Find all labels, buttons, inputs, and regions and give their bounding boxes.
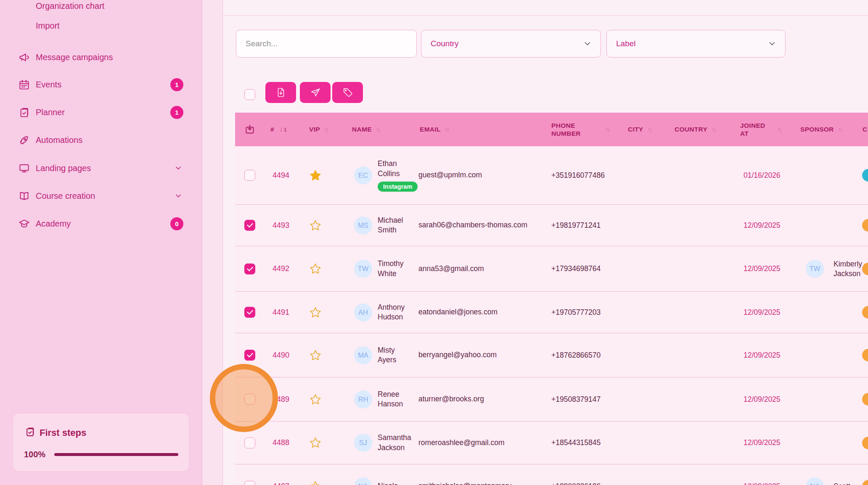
contact-email-cell: aturner@brooks.org	[418, 377, 533, 421]
col-header-name[interactable]: NAME	[352, 113, 380, 146]
contact-id-link[interactable]: 4493	[262, 205, 300, 246]
search-input[interactable]	[236, 30, 417, 58]
export-icon[interactable]	[244, 124, 255, 135]
table-row[interactable]: 4493 MS Michael Smith sarah06@chambers-t…	[235, 205, 868, 246]
sort-icon	[376, 126, 380, 133]
contact-name-cell[interactable]: Renee Hanson	[378, 377, 420, 421]
joined-date: 12/09/2025	[744, 246, 781, 291]
sidebar-item-message-campaigns[interactable]: Message campaigns	[0, 49, 202, 66]
table-body: 4494 EC Ethan Collins Instagram guest@up…	[235, 146, 868, 485]
sidebar-item-course-creation[interactable]: Course creation	[0, 187, 202, 204]
sidebar-item-events[interactable]: Events 1	[0, 76, 202, 93]
first-steps-card[interactable]: First steps 100%	[13, 413, 189, 472]
table-row[interactable]: 4487 NA Nicole smithnicholas@montgomery-…	[235, 464, 868, 485]
row-checkbox[interactable]	[244, 394, 255, 405]
table-row[interactable]: 4494 EC Ethan Collins Instagram guest@up…	[235, 146, 868, 205]
sidebar-item-label: Organization chart	[36, 1, 104, 11]
contact-avatar: AH	[354, 292, 372, 333]
joined-date: 12/09/2025	[744, 292, 781, 333]
contact-id-link[interactable]: 4487	[262, 464, 300, 485]
contact-name-cell[interactable]: Samantha Jackson	[378, 422, 420, 464]
chevron-down-icon	[174, 192, 183, 200]
contact-name-cell[interactable]: Michael Smith	[378, 205, 420, 246]
contact-name-cell[interactable]: Ethan Collins Instagram	[378, 146, 420, 204]
col-header-partial[interactable]: C	[863, 113, 868, 146]
export-file-button[interactable]	[265, 82, 296, 103]
sidebar-item-academy[interactable]: Academy 0	[0, 215, 202, 232]
vip-star-icon[interactable]	[309, 333, 322, 377]
sidebar-item-planner[interactable]: Planner 1	[0, 104, 202, 121]
table-row[interactable]: 4492 TW Timothy White anna53@gmail.com +…	[235, 246, 868, 292]
row-checkbox[interactable]	[244, 481, 255, 485]
vip-star-icon[interactable]	[309, 146, 322, 204]
vip-star-icon[interactable]	[309, 377, 322, 421]
contact-avatar: EC	[354, 146, 372, 204]
contact-id-link[interactable]: 4488	[262, 422, 300, 464]
table-row[interactable]: 4489 RH Renee Hanson aturner@brooks.org …	[235, 377, 868, 422]
col-header-country[interactable]: COUNTRY	[675, 113, 715, 146]
contact-name: Samantha Jackson	[378, 433, 411, 452]
col-header-vip[interactable]: VIP	[309, 113, 328, 146]
progress-bar	[54, 453, 178, 456]
sort-priority: 1	[284, 127, 287, 133]
select-all-checkbox[interactable]	[244, 89, 255, 100]
contact-id-link[interactable]: 4489	[262, 377, 300, 421]
row-checkbox[interactable]	[244, 264, 255, 274]
main-content: Country Label # ↓ 1 VIP	[222, 0, 868, 485]
vip-star-icon[interactable]	[309, 464, 322, 485]
contact-name-cell[interactable]: Nicole	[378, 464, 420, 485]
sidebar-item-import[interactable]: Import	[36, 17, 60, 34]
row-checkbox[interactable]	[244, 220, 255, 231]
contact-email: anna53@gmail.com	[418, 264, 533, 274]
col-header-sponsor[interactable]: SPONSOR	[800, 113, 842, 146]
country-filter-select[interactable]: Country	[421, 30, 601, 58]
edge-avatar	[862, 306, 868, 319]
sidebar-item-organization-chart[interactable]: Organization chart	[36, 0, 104, 14]
tag-button[interactable]	[332, 82, 363, 103]
contact-email-cell: guest@upmlm.com	[418, 146, 533, 204]
table-row[interactable]: 4491 AH Anthony Hudson eatondaniel@jones…	[235, 292, 868, 333]
contact-name-cell[interactable]: Timothy White	[378, 246, 420, 291]
col-header-joined-at[interactable]: JOINED AT	[740, 113, 781, 146]
vip-star-icon[interactable]	[309, 205, 322, 246]
contact-email: eatondaniel@jones.com	[418, 307, 533, 317]
contact-id-link[interactable]: 4491	[262, 292, 300, 333]
contact-id-link[interactable]: 4492	[262, 246, 300, 291]
contact-email: aturner@brooks.org	[418, 394, 533, 404]
row-checkbox[interactable]	[244, 438, 255, 448]
table-row[interactable]: 4488 SJ Samantha Jackson romeroashlee@gm…	[235, 422, 868, 464]
sort-icon	[648, 126, 651, 133]
contact-id-link[interactable]: 4490	[262, 333, 300, 377]
col-header-city[interactable]: CITY	[628, 113, 651, 146]
contact-phone: +351916077486	[551, 146, 605, 204]
chevron-down-icon	[174, 164, 183, 172]
row-checkbox[interactable]	[244, 350, 255, 361]
clipboard-check-icon	[25, 427, 35, 439]
edge-avatar	[862, 169, 868, 182]
vip-star-icon[interactable]	[309, 292, 322, 333]
col-header-id[interactable]: # ↓ 1	[270, 113, 287, 146]
calendar-icon	[19, 79, 30, 90]
row-checkbox[interactable]	[244, 170, 255, 181]
sidebar-item-label: Import	[36, 21, 60, 31]
vip-star-icon[interactable]	[309, 422, 322, 464]
contact-name-cell[interactable]: Misty Ayers	[378, 333, 420, 377]
rocket-icon	[19, 134, 30, 146]
label-filter-select[interactable]: Label	[606, 30, 786, 58]
row-checkbox[interactable]	[244, 307, 255, 318]
contact-phone: +19705777203	[551, 292, 601, 333]
contact-name-cell[interactable]: Anthony Hudson	[378, 292, 420, 333]
table-row[interactable]: 4490 MA Misty Ayers berryangel@yahoo.com…	[235, 333, 868, 377]
contact-phone: +18762866570	[551, 333, 601, 377]
send-button[interactable]	[300, 82, 331, 103]
vip-star-icon[interactable]	[309, 246, 322, 291]
col-header-email[interactable]: EMAIL	[420, 113, 449, 146]
sponsor-name[interactable]: Scott	[834, 464, 868, 485]
label-badge[interactable]: Instagram	[378, 182, 418, 192]
sidebar-item-landing-pages[interactable]: Landing pages	[0, 160, 202, 177]
contacts-table: # ↓ 1 VIP NAME EMAIL PHONE NUMBER CITY	[235, 113, 868, 485]
clipboard-check-icon	[19, 107, 30, 118]
sidebar-item-automations[interactable]: Automations	[0, 132, 202, 148]
col-header-phone[interactable]: PHONE NUMBER	[551, 113, 609, 146]
contact-id-link[interactable]: 4494	[262, 146, 300, 204]
